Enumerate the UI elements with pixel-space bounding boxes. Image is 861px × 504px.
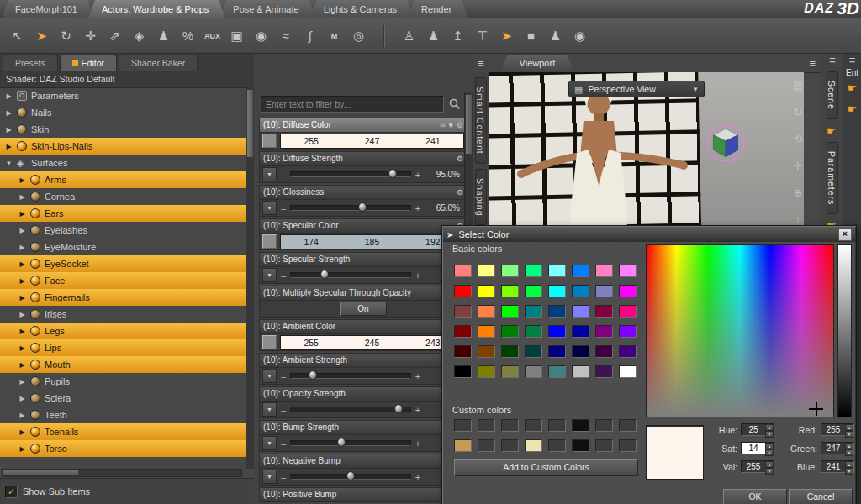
blue-input[interactable]: 241▲▼ [821,460,854,473]
expand-arrow-icon[interactable]: ▶ [18,428,26,436]
basic-color-swatch[interactable] [619,345,637,358]
main-tab-lights-cameras[interactable]: Lights & Cameras [310,0,414,18]
view-selector-dropdown[interactable]: ▦ Perspective View ▼ [568,81,705,97]
param-options-button[interactable]: ▼ [262,369,277,383]
expand-arrow-icon[interactable]: ▶ [18,395,26,402]
tree-item-skin-lips-nails[interactable]: ▶Skin-Lips-Nails [0,138,246,155]
basic-color-swatch[interactable] [478,305,495,318]
basic-color-swatch[interactable] [478,325,495,338]
green-value[interactable]: 247 [821,443,845,454]
pin-tool[interactable]: ⊤ [471,24,494,47]
tree-item-irises[interactable]: ▶Irises [0,306,246,323]
spin-up-icon[interactable]: ▲ [845,443,853,449]
basic-color-swatch[interactable] [595,365,613,378]
custom-color-swatch[interactable] [548,439,566,452]
decrement-button[interactable]: – [280,170,287,180]
color-value-field[interactable]: 255247241 [280,134,464,149]
basic-color-swatch[interactable] [454,305,472,318]
slider-track[interactable] [290,205,411,211]
green-input[interactable]: 247▲▼ [821,442,854,454]
slider-handle[interactable] [358,202,367,212]
expand-arrow-icon[interactable]: ▶ [18,412,26,419]
tree-item-surfaces[interactable]: ▼◈Surfaces [0,155,246,171]
viewport-options-icon[interactable]: ≡ [804,57,821,70]
increment-button[interactable]: + [415,405,421,415]
ok-button[interactable]: OK [723,489,787,504]
custom-color-swatch[interactable] [478,419,495,432]
val-value[interactable]: 255 [742,461,765,472]
slider-handle[interactable] [320,270,329,279]
basic-color-swatch[interactable] [525,345,542,358]
hue-input[interactable]: 25▲▼ [741,423,774,436]
val-input[interactable]: 255▲▼ [741,460,774,473]
activity-wheel-tool[interactable]: ◎ [347,24,370,47]
expand-arrow-icon[interactable]: ▶ [18,311,26,318]
add-to-custom-colors-button[interactable]: Add to Custom Colors [454,459,638,476]
custom-color-swatch[interactable] [525,419,542,432]
basic-color-swatch[interactable] [501,325,519,338]
link-icon[interactable]: ∞ [440,118,445,133]
main-tab-pose-animate[interactable]: Pose & Animate [219,0,315,18]
camera-tool[interactable]: ◉ [568,24,591,47]
shader-brush-tool[interactable]: ≈ [274,24,297,47]
basic-color-swatch[interactable] [454,365,472,378]
slider-track[interactable] [290,474,411,480]
slider-track[interactable] [290,171,411,177]
spin-down-icon[interactable]: ▼ [765,449,774,456]
universal-tool[interactable]: ◈ [128,24,151,47]
basic-color-swatch[interactable] [619,305,637,318]
slider-track[interactable] [290,272,411,278]
property-header[interactable]: (10): Ambient Strength⚙ [259,353,467,368]
basic-color-swatch[interactable] [454,285,472,297]
collapse-arrow-icon[interactable]: ▼ [5,160,13,167]
slider-handle[interactable] [346,471,355,480]
dolly-view-control[interactable]: ⊕ [794,186,803,199]
toggle-button[interactable]: On [340,302,387,316]
increment-button[interactable]: + [415,203,421,213]
basic-color-swatch[interactable] [619,265,637,277]
val-spinner[interactable]: ▲▼ [765,461,774,472]
property-header[interactable]: (10): Specular Strength⚙ [259,252,467,267]
scale-tool[interactable]: ⇗ [103,24,126,47]
fit-to-figure-tool[interactable]: ↥ [446,24,469,47]
red-spinner[interactable]: ▲▼ [845,424,853,435]
expand-arrow-icon[interactable]: ▶ [5,143,13,150]
param-options-button[interactable]: ▼ [262,436,277,450]
sat-input[interactable]: 14▲▼ [741,442,774,454]
filter-input[interactable] [261,96,444,113]
basic-color-swatch[interactable] [548,285,566,297]
basic-color-swatch[interactable] [548,345,566,358]
orientation-cube-gizmo[interactable] [705,121,747,163]
slider-track[interactable] [290,407,411,412]
basic-color-swatch[interactable] [501,365,519,378]
red-value[interactable]: 255 [821,424,845,435]
property-header[interactable]: (10): Ambient Color⚙ [259,319,467,334]
basic-color-swatch[interactable] [548,305,566,318]
tree-item-teeth[interactable]: ▶Teeth [0,407,246,423]
spin-up-icon[interactable]: ▲ [845,461,853,468]
gear-icon[interactable]: ⚙ [457,151,463,166]
basic-color-swatch[interactable] [501,305,519,318]
spin-up-icon[interactable]: ▲ [765,461,774,468]
panel-tab-presets[interactable]: Presets [3,55,58,71]
param-options-button[interactable]: ▼ [262,402,277,417]
custom-color-swatch[interactable] [454,419,472,432]
sat-value[interactable]: 14 [742,443,765,454]
expand-arrow-icon[interactable]: ▶ [18,210,26,218]
property-header[interactable]: (10): Negative Bump⚙ [259,454,467,469]
slider-handle[interactable] [388,169,397,178]
custom-color-swatch[interactable] [454,439,472,452]
basic-color-swatch[interactable] [478,265,495,277]
rotate-tool[interactable]: ↻ [55,24,77,47]
slider-handle[interactable] [394,404,403,413]
spin-up-icon[interactable]: ▲ [765,443,774,449]
spin-down-icon[interactable]: ▼ [765,468,774,475]
basic-color-swatch[interactable] [595,305,613,318]
custom-color-swatch[interactable] [595,419,613,432]
hand-icon[interactable]: ☛ [848,81,858,94]
slider-handle[interactable] [309,370,317,380]
texture-map-slot[interactable] [262,234,277,249]
expand-arrow-icon[interactable]: ▶ [18,328,26,335]
wardrobe-tool[interactable]: ♟ [422,24,445,47]
far-panel-menu-icon[interactable]: ≡ [844,54,861,66]
